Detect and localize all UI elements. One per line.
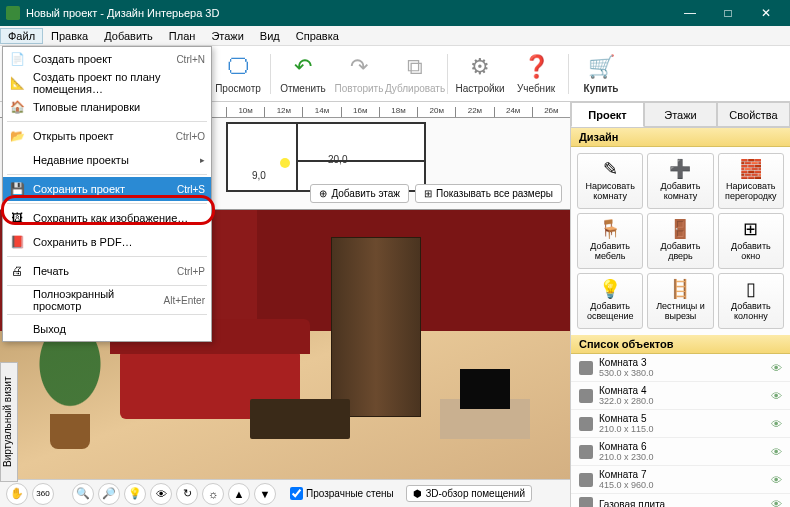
chair-icon: 🪑 (599, 220, 621, 240)
undo-button[interactable]: ↶Отменить (275, 48, 331, 100)
3d-overview-button[interactable]: ⬢3D-обзор помещений (406, 485, 532, 502)
menu-print[interactable]: 🖨ПечатьCtrl+P (3, 259, 211, 283)
eye-icon[interactable]: 👁 (771, 362, 782, 374)
menu-save-pdf[interactable]: 📕Сохранить в PDF… (3, 230, 211, 254)
virtual-visit-tab[interactable]: Виртуальный визит (0, 362, 18, 482)
coffee-table-object[interactable] (250, 399, 350, 439)
list-item[interactable]: Комната 4322.0 x 280.0👁 (571, 382, 790, 410)
hand-tool[interactable]: ✋ (6, 483, 28, 505)
view-button[interactable]: 🖵Просмотр (210, 48, 266, 100)
bulb-icon: 💡 (599, 280, 621, 300)
tab-project[interactable]: Проект (571, 102, 644, 127)
wardrobe-object[interactable] (331, 237, 421, 417)
tab-floors[interactable]: Этажи (644, 102, 717, 127)
new-icon: 📄 (9, 51, 25, 67)
door-icon: 🚪 (669, 220, 691, 240)
eye-icon[interactable]: 👁 (771, 418, 782, 430)
draw-room-tool[interactable]: ✎Нарисовать комнату (577, 153, 643, 209)
app-icon (6, 6, 20, 20)
menu-recent-projects[interactable]: Недавние проекты▸ (3, 148, 211, 172)
design-header: Дизайн (571, 128, 790, 147)
menu-open-project[interactable]: 📂Открыть проектCtrl+O (3, 124, 211, 148)
add-furniture-tool[interactable]: 🪑Добавить мебель (577, 213, 643, 269)
pencil-icon: ✎ (603, 160, 618, 180)
window-icon: ⊞ (743, 220, 758, 240)
light-icon[interactable]: ☼ (202, 483, 224, 505)
cube-icon (579, 445, 593, 459)
cart-icon: 🛒 (587, 53, 615, 81)
tv-object[interactable] (460, 369, 510, 409)
plus-icon: ⊕ (319, 188, 327, 199)
menu-save-project[interactable]: 💾Сохранить проектCtrl+S (3, 177, 211, 201)
menu-view[interactable]: Вид (252, 28, 288, 44)
menu-exit[interactable]: Выход (3, 317, 211, 341)
add-column-tool[interactable]: ▯Добавить колонну (718, 273, 784, 329)
menu-new-project[interactable]: 📄Создать проектCtrl+N (3, 47, 211, 71)
dims-icon: ⊞ (424, 188, 432, 199)
file-menu-dropdown: 📄Создать проектCtrl+N 📐Создать проект по… (2, 46, 212, 342)
bottom-toolbar: ✋ 360 🔍 🔎 💡 👁 ↻ ☼ ▲ ▼ Прозрачные стены ⬢… (0, 479, 570, 507)
tutorial-button[interactable]: ❓Учебник (508, 48, 564, 100)
redo-button[interactable]: ↷Повторить (331, 48, 387, 100)
menu-fullscreen[interactable]: Полноэкранный просмотрAlt+Enter (3, 288, 211, 312)
maximize-button[interactable]: □ (710, 0, 746, 26)
list-item[interactable]: Комната 7415.0 x 960.0👁 (571, 466, 790, 494)
transparent-walls-checkbox[interactable]: Прозрачные стены (290, 487, 394, 500)
minimize-button[interactable]: — (672, 0, 708, 26)
close-button[interactable]: ✕ (748, 0, 784, 26)
height-down[interactable]: ▼ (254, 483, 276, 505)
menu-add[interactable]: Добавить (96, 28, 161, 44)
rotate-360[interactable]: 360 (32, 483, 54, 505)
tab-props[interactable]: Свойства (717, 102, 790, 127)
window-title: Новый проект - Дизайн Интерьера 3D (26, 7, 672, 19)
eye-icon[interactable]: 👁 (771, 474, 782, 486)
buy-button[interactable]: 🛒Купить (573, 48, 629, 100)
draw-wall-tool[interactable]: 🧱Нарисовать перегородку (718, 153, 784, 209)
stairs-tool[interactable]: 🪜Лестницы и вырезы (647, 273, 713, 329)
column-icon: ▯ (746, 280, 756, 300)
folder-icon: 📂 (9, 128, 25, 144)
menu-new-from-plan[interactable]: 📐Создать проект по плану помещения… (3, 71, 211, 95)
image-icon: 🖼 (9, 210, 25, 226)
eye-icon[interactable]: 👁 (771, 390, 782, 402)
zoom-out[interactable]: 🔎 (98, 483, 120, 505)
help-icon: ❓ (522, 53, 550, 81)
menu-floors[interactable]: Этажи (203, 28, 251, 44)
brick-icon: 🧱 (740, 160, 762, 180)
reset-icon[interactable]: ↻ (176, 483, 198, 505)
add-light-tool[interactable]: 💡Добавить освещение (577, 273, 643, 329)
bulb-icon[interactable]: 💡 (124, 483, 146, 505)
add-window-tool[interactable]: ⊞Добавить окно (718, 213, 784, 269)
list-item[interactable]: Комната 5210.0 x 115.0👁 (571, 410, 790, 438)
menubar: Файл Правка Добавить План Этажи Вид Спра… (0, 26, 790, 46)
add-door-tool[interactable]: 🚪Добавить дверь (647, 213, 713, 269)
object-list: Комната 3530.0 x 380.0👁 Комната 4322.0 x… (571, 354, 790, 507)
cube-icon (579, 417, 593, 431)
zoom-in[interactable]: 🔍 (72, 483, 94, 505)
menu-help[interactable]: Справка (288, 28, 347, 44)
menu-templates[interactable]: 🏠Типовые планировки (3, 95, 211, 119)
height-up[interactable]: ▲ (228, 483, 250, 505)
list-item[interactable]: Комната 6210.0 x 230.0👁 (571, 438, 790, 466)
add-floor-button[interactable]: ⊕Добавить этаж (310, 184, 409, 203)
eye-icon[interactable]: 👁 (771, 446, 782, 458)
floorplan[interactable]: 9,0 20,0 (226, 122, 426, 192)
menu-save-image[interactable]: 🖼Сохранить как изображение… (3, 206, 211, 230)
pdf-icon: 📕 (9, 234, 25, 250)
monitor-icon: 🖵 (224, 53, 252, 81)
plan-icon: 📐 (9, 75, 25, 91)
menu-edit[interactable]: Правка (43, 28, 96, 44)
cube-icon (579, 497, 593, 507)
eye-icon[interactable]: 👁 (150, 483, 172, 505)
list-item[interactable]: Газовая плита👁 (571, 494, 790, 507)
player-marker[interactable] (280, 158, 290, 168)
menu-plan[interactable]: План (161, 28, 204, 44)
gear-icon: ⚙ (466, 53, 494, 81)
eye-icon[interactable]: 👁 (771, 498, 782, 507)
menu-file[interactable]: Файл (0, 28, 43, 44)
settings-button[interactable]: ⚙Настройки (452, 48, 508, 100)
add-room-tool[interactable]: ➕Добавить комнату (647, 153, 713, 209)
list-item[interactable]: Комната 3530.0 x 380.0👁 (571, 354, 790, 382)
show-dims-button[interactable]: ⊞Показывать все размеры (415, 184, 562, 203)
duplicate-button[interactable]: ⧉Дублировать (387, 48, 443, 100)
